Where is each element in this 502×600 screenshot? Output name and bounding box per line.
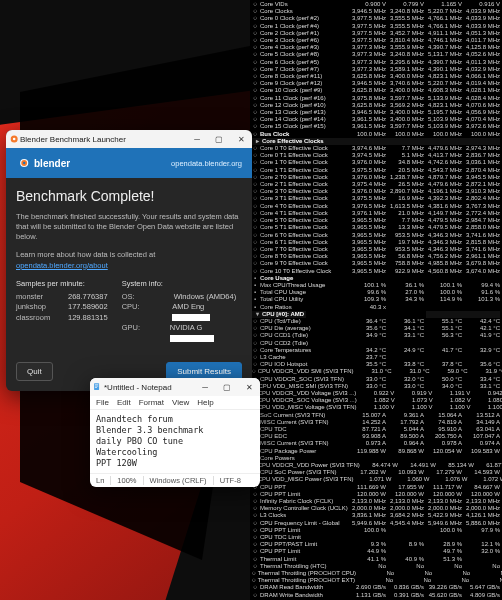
sensor-row[interactable]: ○Core 3 Clock (perf #6)3,977.5 MHz3,810.…	[252, 37, 500, 44]
sensor-row[interactable]: ○Core 9 T0 Effective Clock3,965.5 MHz758…	[252, 260, 500, 267]
sensor-row[interactable]: ○Core 5 T0 Effective Clock3,965.5 MHz7.7…	[252, 217, 500, 224]
sensor-row[interactable]: ○Core 5 T1 Effective Clock3,965.5 MHz13.…	[252, 224, 500, 231]
sensor-row[interactable]: ○CPU SoC Power (SVI3 TFN)17.202 W10.093 …	[252, 469, 500, 476]
sensor-row[interactable]: ○Core 15 Clock (perf #15)3,961.5 MHz3,59…	[252, 123, 500, 130]
sensor-row[interactable]: ○Core 8 T0 Effective Clock3,965.5 MHz56.…	[252, 253, 500, 260]
sensor-row[interactable]: ○MISC Current (SVI3 TFN)14.252 A17.792 A…	[252, 419, 500, 426]
sensor-row[interactable]: ○CPU Package Power119.988 W89.868 W120.0…	[252, 448, 500, 455]
sensor-row[interactable]: ○Core 14 Clock (perf #14)3,961.5 MHz3,40…	[252, 116, 500, 123]
sensor-row[interactable]: ○Core 3 T0 Effective Clock3,976.0 MHz2,8…	[252, 188, 500, 195]
sensor-row[interactable]: ○Core 6 Clock (perf #5)3,977.3 MHz3,295.…	[252, 59, 500, 66]
menu-edit[interactable]: Edit	[117, 398, 131, 407]
sensor-row[interactable]: ○Core 2 T1 Effective Clock3,975.4 MHz26.…	[252, 181, 500, 188]
sensor-row[interactable]: ○CPU Frequency Limit - Global5,949.6 MHz…	[252, 520, 500, 527]
sensor-row[interactable]: ○CPU VDD_MISC Voltage (SVI3 TFN)1.100 V1…	[252, 404, 500, 411]
menu-help[interactable]: Help	[197, 398, 213, 407]
sensor-row[interactable]: ○Core 0 Clock (perf #2)3,977.5 MHz3,555.…	[252, 15, 500, 22]
sensor-row[interactable]: ○Core Clocks3,946.5 MHz3,240.8 MHz5,220.…	[252, 8, 500, 15]
maximize-button[interactable]: ▢	[208, 135, 230, 144]
sensor-row[interactable]: ○Core 13 Clock (perf #13)3,946.5 MHz3,40…	[252, 109, 500, 116]
sensor-row[interactable]: ○Core 11 Clock (perf #16)3,975.8 MHz3,59…	[252, 95, 500, 102]
sensor-row[interactable]: ○DRAM Write Bandwidth1.131 GB/s0.391 GB/…	[252, 592, 500, 599]
sensor-row[interactable]: ○CPU Die (average)35.6 °C34.1 °C55.1 °C4…	[252, 325, 500, 332]
sensor-row[interactable]: ○CPU (Tctl/Tdie)36.4 °C36.1 °C55.1 °C42.…	[252, 318, 500, 325]
sensor-row[interactable]: ○CPU CCD1 (Tdie)34.9 °C33.1 °C56.3 °C41.…	[252, 332, 500, 339]
sensor-row[interactable]: ○Core 4 T0 Effective Clock3,976.5 MHz1,6…	[252, 203, 500, 210]
sensor-row[interactable]: ○Core 12 Clock (perf #10)3,625.8 MHz3,56…	[252, 102, 500, 109]
hwinfo-panel[interactable]: ○Core VIDs0.900 V0.799 V1.165 V0.916 V○C…	[250, 0, 502, 600]
sensor-row[interactable]: ▪Total CPU Usage99.6 %27.0 %100.0 %91.6 …	[252, 289, 500, 296]
sensor-row[interactable]: ▪Core Ratios40.3 x	[252, 304, 500, 311]
close-button[interactable]: ✕	[230, 135, 252, 144]
menu-file[interactable]: File	[96, 398, 109, 407]
sensor-row[interactable]: ○CPU PPT Limit120.000 W120.000 W120.000 …	[252, 491, 500, 498]
sensor-row[interactable]: ○CPU TDC Limit	[252, 534, 500, 541]
sensor-row[interactable]: ○CPU VDDCR_VDD Power (SVI3 TFN)84.474 W1…	[252, 462, 500, 469]
sensor-row[interactable]: ○Core 0 T1 Effective Clock3,974.5 MHz5.1…	[252, 152, 500, 159]
notepad-content[interactable]: Anandtech forum Blender 3.3 benchmark da…	[90, 410, 260, 473]
sensor-row[interactable]: ○Core 2 T0 Effective Clock3,976.0 MHz1,2…	[252, 174, 500, 181]
sensor-row[interactable]: ○CPU VDDCR_VDD Voltage (SVI3 ...)0.922 V…	[252, 390, 500, 397]
sensor-row[interactable]: ○Core Powers	[252, 455, 500, 462]
sensor-row[interactable]: ○Thermal Limit41.1 %40.9 %51.3 %	[252, 556, 500, 563]
sensor-row[interactable]: ○Core 7 T0 Effective Clock3,965.5 MHz953…	[252, 246, 500, 253]
quit-button[interactable]: Quit	[16, 362, 53, 381]
sensor-row[interactable]: ○Core Temperatures34.2 °C24.9 °C41.7 °C3…	[252, 347, 500, 354]
sensor-row[interactable]: ○Core 6 T1 Effective Clock3,965.5 MHz19.…	[252, 239, 500, 246]
sensor-row[interactable]: ○Core 0 T0 Effective Clock3,974.6 MHz7.7…	[252, 145, 500, 152]
sensor-row[interactable]: ○CPU TDC87.721 A5.044 A95.910 A63.041 A	[252, 426, 500, 433]
blender-titlebar[interactable]: Blender Benchmark Launcher ─ ▢ ✕	[6, 130, 252, 148]
maximize-button[interactable]: ▢	[216, 383, 238, 392]
sensor-row[interactable]: ▪Total CPU Utility109.3 %34.3 %114.9 %10…	[252, 296, 500, 303]
sensor-row[interactable]: ○Core VIDs0.900 V0.799 V1.165 V0.916 V	[252, 1, 500, 8]
sensor-section[interactable]: ▸Core Effective Clocks	[252, 138, 500, 145]
sensor-row[interactable]: ○Core 1 T0 Effective Clock3,976.0 MHz34.…	[252, 159, 500, 166]
sensor-row[interactable]: ○L3 Clocks3,836.1 MHz3,684.2 MHz5,422.9 …	[252, 512, 500, 519]
sensor-row[interactable]: ○CPU VDD_MISC SMI (SVI3 TFN)33.0 °C33.0 …	[252, 383, 500, 390]
sensor-row[interactable]: ○Core 7 Clock (perf #7)3,977.3 MHz3,589.…	[252, 66, 500, 73]
sensor-row[interactable]: ○Core 1 T1 Effective Clock3,975.5 MHz20.…	[252, 167, 500, 174]
sensor-row[interactable]: ○CPU PPT111.669 W17.955 W111.717 W84.667…	[252, 484, 500, 491]
sensor-row[interactable]: ○MISC Current (SVI3 TFN)0.973 A0.964 A0.…	[252, 440, 500, 447]
sensor-row[interactable]: ○SoC Current (SVI3 TFN)15.007 A9.361 A15…	[252, 412, 500, 419]
menu-view[interactable]: View	[172, 398, 189, 407]
sensor-row[interactable]: ○Core 5 Clock (perf #8)3,977.3 MHz3,240.…	[252, 51, 500, 58]
sensor-row[interactable]: ○CPU PPT/PAST Limit9.3 %8.9 %28.9 %12.1 …	[252, 541, 500, 548]
sensor-row[interactable]: ○CPU IOD Hotspot35.5 °C33.8 °C37.8 °C35.…	[252, 361, 500, 368]
sensor-row[interactable]: ○CPU PPT Limit100.0 %100.0 %97.9 %	[252, 527, 500, 534]
sensor-row[interactable]: ○CPU VDDCR_SOC Voltage (SVI3 ...)1.082 V…	[252, 397, 500, 404]
sensor-row[interactable]: ○Core 1 Clock (perf #4)3,977.5 MHz3,555.…	[252, 23, 500, 30]
sensor-row[interactable]: ○Infinity Fabric Clock (FCLK)2,133.0 MHz…	[252, 498, 500, 505]
sensor-row[interactable]: ○Core 2 Clock (perf #1)3,977.5 MHz3,452.…	[252, 30, 500, 37]
notepad-menu[interactable]: FileEditFormatViewHelp	[90, 396, 260, 410]
sensor-row[interactable]: ○Core 10 Clock (perf #9)3,625.8 MHz3,400…	[252, 87, 500, 94]
sensor-row[interactable]: ○L3 Cache23.7 °C	[252, 354, 500, 361]
sensor-row[interactable]: ○Core 9 Clock (perf #12)3,946.5 MHz3,740…	[252, 80, 500, 87]
sensor-row[interactable]: ○Bus Clock100.0 MHz100.0 MHz100.0 MHz100…	[252, 131, 500, 138]
sensor-row[interactable]: ○CPU VDD_MISC Power (SVI3 TFN)1.071 W1.0…	[252, 476, 500, 483]
notepad-titlebar[interactable]: *Untitled - Notepad ─ ▢ ✕	[90, 378, 260, 396]
sensor-row[interactable]: ○Core 6 T0 Effective Clock3,965.5 MHz953…	[252, 232, 500, 239]
sensor-row[interactable]: ○Thermal Throttling (PROCHOT EXT)NoNoNoN…	[252, 577, 500, 584]
sensor-row[interactable]: ▪Max CPU/Thread Usage100.1 %36.1 %100.1 …	[252, 282, 500, 289]
sensor-row[interactable]: ○Core 3 T1 Effective Clock3,975.5 MHz16.…	[252, 195, 500, 202]
sensor-row[interactable]: ○DRAM Read Bandwidth2.690 GB/s0.836 GB/s…	[252, 584, 500, 591]
opendata-link[interactable]: opendata.blender.org	[171, 159, 242, 168]
sensor-row[interactable]: ○CPU VDDCR_VDD SMI (SVI3 TFN)31.0 °C31.0…	[252, 368, 500, 375]
menu-format[interactable]: Format	[139, 398, 164, 407]
close-button[interactable]: ✕	[238, 383, 260, 392]
sensor-row[interactable]: ○CPU EDC93.908 A89.500 A205.750 A107.047…	[252, 433, 500, 440]
sensor-row[interactable]: ○Core 4 Clock (perf #3)3,977.3 MHz3,555.…	[252, 44, 500, 51]
sensor-row[interactable]: ○Thermal Throttling (HTC)NoNoNoNo	[252, 563, 500, 570]
sensor-row[interactable]: ○Memory Controller Clock (UCLK)2,000.0 M…	[252, 505, 500, 512]
sensor-row[interactable]: ○Core 4 T1 Effective Clock3,976.1 MHz21.…	[252, 210, 500, 217]
sensor-row[interactable]: ○Thermal Throttling (PROCHOT CPU)NoNoNoN…	[252, 570, 500, 577]
sensor-row[interactable]: ○CPU PPT Limit44.9 %49.7 %32.0 %	[252, 548, 500, 555]
minimize-button[interactable]: ─	[186, 135, 208, 144]
sensor-row[interactable]: ○CPU CCD2 (Tdie)	[252, 340, 500, 347]
cpu-section-header[interactable]: ▾CPU [#0]: AMD xxxxxxxxxx	[252, 311, 500, 318]
sensor-row[interactable]: ○Core 8 Clock (perf #11)3,625.8 MHz3,400…	[252, 73, 500, 80]
minimize-button[interactable]: ─	[194, 383, 216, 392]
sensor-row[interactable]: ▪Core Usage	[252, 275, 500, 282]
sensor-row[interactable]: ○CPU VDDCR_SOC (SVI3 TFN)33.0 °C32.0 °C5…	[252, 376, 500, 383]
